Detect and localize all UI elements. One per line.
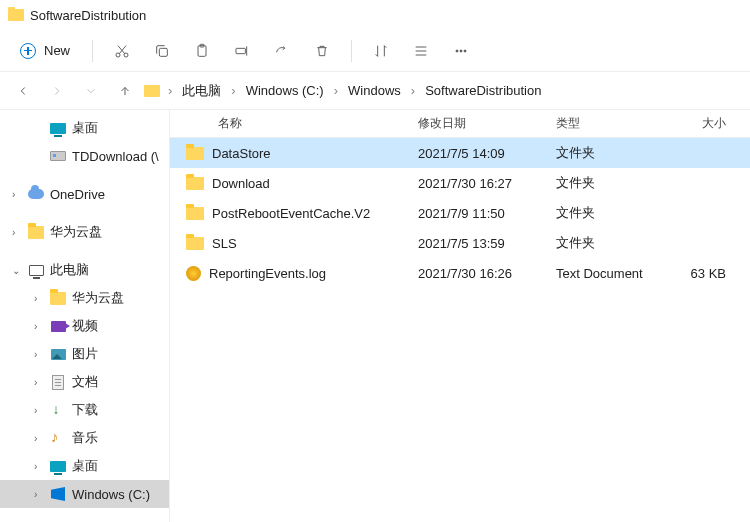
file-date: 2021/7/9 11:50 <box>418 206 556 221</box>
delete-button[interactable] <box>305 36 339 66</box>
share-button[interactable] <box>265 36 299 66</box>
back-button[interactable] <box>8 77 38 105</box>
expand-icon[interactable]: ⌄ <box>12 265 22 276</box>
sidebar-item[interactable]: ›桌面 <box>0 452 169 480</box>
title-bar: SoftwareDistribution <box>0 0 750 30</box>
sidebar-item-label: 华为云盘 <box>72 289 124 307</box>
sidebar-item-label: TDDownload (\ <box>72 149 159 164</box>
file-row[interactable]: SLS2021/7/5 13:59文件夹 <box>170 228 750 258</box>
breadcrumb-segment[interactable]: 此电脑 <box>176 79 227 103</box>
expand-icon[interactable]: › <box>34 321 44 332</box>
toolbar: New <box>0 30 750 72</box>
view-button[interactable] <box>404 36 438 66</box>
expand-icon[interactable]: › <box>34 377 44 388</box>
folder-icon <box>186 147 204 160</box>
pic-icon <box>50 346 66 362</box>
sidebar-item-label: Windows (C:) <box>72 487 150 502</box>
file-date: 2021/7/5 14:09 <box>418 146 556 161</box>
file-date: 2021/7/30 16:27 <box>418 176 556 191</box>
sidebar-item[interactable]: ⌄此电脑 <box>0 256 169 284</box>
svg-point-8 <box>464 50 466 52</box>
expand-icon[interactable]: › <box>34 405 44 416</box>
sidebar-item[interactable]: 桌面 <box>0 114 169 142</box>
expand-icon[interactable]: › <box>12 227 22 238</box>
file-date: 2021/7/5 13:59 <box>418 236 556 251</box>
sidebar-item-label: 桌面 <box>72 457 98 475</box>
sidebar-item[interactable]: ›华为云盘 <box>0 284 169 312</box>
separator <box>351 40 352 62</box>
win-icon <box>50 486 66 502</box>
svg-point-7 <box>460 50 462 52</box>
breadcrumb-segment[interactable]: Windows <box>342 80 407 101</box>
sidebar-item-label: 华为云盘 <box>50 223 102 241</box>
sidebar-item[interactable]: ›Windows (C:) <box>0 480 169 508</box>
file-name: PostRebootEventCache.V2 <box>212 206 370 221</box>
file-name: SLS <box>212 236 237 251</box>
forward-button[interactable] <box>42 77 72 105</box>
sidebar-item-label: 视频 <box>72 317 98 335</box>
column-header-row: 名称 修改日期 类型 大小 <box>170 110 750 138</box>
main-area: 桌面TDDownload (\›OneDrive›华为云盘⌄此电脑›华为云盘›视… <box>0 110 750 522</box>
file-list: DataStore2021/7/5 14:09文件夹Download2021/7… <box>170 138 750 288</box>
file-type: 文件夹 <box>556 174 686 192</box>
sidebar-item[interactable]: ›音乐 <box>0 424 169 452</box>
nav-bar: › 此电脑›Windows (C:)›Windows›SoftwareDistr… <box>0 72 750 110</box>
file-row[interactable]: PostRebootEventCache.V22021/7/9 11:50文件夹 <box>170 198 750 228</box>
expand-icon[interactable]: › <box>34 293 44 304</box>
file-date: 2021/7/30 16:26 <box>418 266 556 281</box>
expand-icon[interactable]: › <box>34 461 44 472</box>
folder-icon <box>50 290 66 306</box>
expand-icon[interactable]: › <box>34 433 44 444</box>
chevron-right-icon: › <box>332 83 340 98</box>
disk-icon <box>50 148 66 164</box>
folder-icon <box>28 224 44 240</box>
file-row[interactable]: DataStore2021/7/5 14:09文件夹 <box>170 138 750 168</box>
breadcrumb-segment[interactable]: Windows (C:) <box>240 80 330 101</box>
folder-icon <box>144 85 160 97</box>
rename-button[interactable] <box>225 36 259 66</box>
chevron-right-icon: › <box>229 83 237 98</box>
sidebar-item[interactable]: ›图片 <box>0 340 169 368</box>
file-row[interactable]: Download2021/7/30 16:27文件夹 <box>170 168 750 198</box>
new-button[interactable]: New <box>10 39 80 63</box>
expand-icon[interactable]: › <box>12 189 22 200</box>
folder-icon <box>186 207 204 220</box>
breadcrumb-segment[interactable]: SoftwareDistribution <box>419 80 547 101</box>
sidebar-item[interactable]: ›华为云盘 <box>0 218 169 246</box>
up-button[interactable] <box>110 77 140 105</box>
expand-icon[interactable]: › <box>34 349 44 360</box>
desktop-icon <box>50 120 66 136</box>
log-icon <box>186 266 201 281</box>
sidebar-item[interactable]: ›视频 <box>0 312 169 340</box>
separator <box>92 40 93 62</box>
sidebar-item[interactable]: ›OneDrive <box>0 180 169 208</box>
column-header-name[interactable]: 名称 <box>170 115 418 132</box>
column-header-size[interactable]: 大小 <box>686 115 750 132</box>
sidebar-item[interactable]: TDDownload (\ <box>0 142 169 170</box>
breadcrumb[interactable]: › 此电脑›Windows (C:)›Windows›SoftwareDistr… <box>144 79 547 103</box>
folder-icon <box>8 9 24 21</box>
recent-dropdown[interactable] <box>76 77 106 105</box>
expand-icon[interactable]: › <box>34 489 44 500</box>
chevron-right-icon: › <box>166 83 174 98</box>
column-header-date[interactable]: 修改日期 <box>418 115 556 132</box>
file-size: 63 KB <box>686 266 750 281</box>
paste-button[interactable] <box>185 36 219 66</box>
doc-icon <box>50 374 66 390</box>
sort-button[interactable] <box>364 36 398 66</box>
column-header-type[interactable]: 类型 <box>556 115 686 132</box>
dl-icon <box>50 402 66 418</box>
pc-icon <box>28 262 44 278</box>
sidebar-item[interactable]: ›文档 <box>0 368 169 396</box>
sidebar[interactable]: 桌面TDDownload (\›OneDrive›华为云盘⌄此电脑›华为云盘›视… <box>0 110 170 522</box>
more-button[interactable] <box>444 36 478 66</box>
file-type: 文件夹 <box>556 204 686 222</box>
sidebar-item[interactable]: ›下载 <box>0 396 169 424</box>
svg-point-6 <box>456 50 458 52</box>
copy-button[interactable] <box>145 36 179 66</box>
svg-rect-2 <box>159 48 167 56</box>
file-row[interactable]: ReportingEvents.log2021/7/30 16:26Text D… <box>170 258 750 288</box>
sidebar-item-label: 文档 <box>72 373 98 391</box>
cut-button[interactable] <box>105 36 139 66</box>
cloud-icon <box>28 186 44 202</box>
